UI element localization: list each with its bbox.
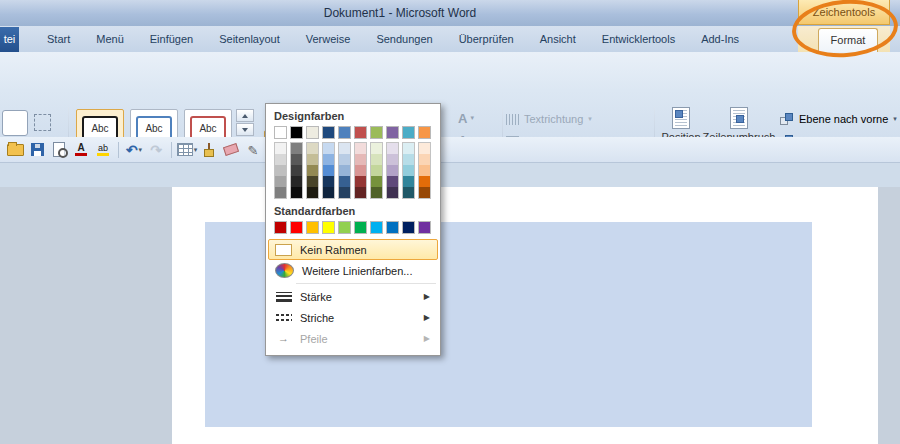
theme-variant-swatch[interactable] [307, 143, 318, 154]
theme-variant-swatch[interactable] [355, 154, 366, 165]
theme-variant-swatch[interactable] [291, 165, 302, 176]
theme-variant-swatch[interactable] [371, 187, 382, 198]
tab-sendungen[interactable]: Sendungen [363, 26, 445, 52]
theme-variant-swatch[interactable] [403, 176, 414, 187]
toolbar-print-preview-button[interactable] [48, 140, 70, 160]
theme-color-swatch[interactable] [274, 126, 287, 139]
select-objects-icon[interactable] [34, 114, 51, 131]
theme-variant-swatch[interactable] [307, 187, 318, 198]
theme-variant-swatch[interactable] [419, 143, 430, 154]
theme-variant-swatch[interactable] [355, 187, 366, 198]
standard-color-swatch[interactable] [290, 221, 303, 234]
theme-color-swatch[interactable] [370, 126, 383, 139]
tab-einf-gen[interactable]: Einfügen [137, 26, 206, 52]
text-fill-button[interactable]: A▾ [458, 108, 494, 128]
theme-variant-swatch[interactable] [307, 176, 318, 187]
theme-variant-swatch[interactable] [355, 143, 366, 154]
theme-variant-swatch[interactable] [371, 143, 382, 154]
tab-datei[interactable]: tei [0, 27, 19, 52]
theme-variant-swatch[interactable] [323, 143, 334, 154]
theme-variant-swatch[interactable] [419, 187, 430, 198]
theme-variant-swatch[interactable] [339, 176, 350, 187]
standard-color-swatch[interactable] [386, 221, 399, 234]
shapes-gallery-icon[interactable] [2, 110, 28, 136]
theme-variant-swatch[interactable] [291, 143, 302, 154]
tab-men[interactable]: Menü [83, 26, 137, 52]
theme-variant-swatch[interactable] [307, 154, 318, 165]
theme-variant-swatch[interactable] [419, 165, 430, 176]
tab-format-active[interactable]: Format [818, 28, 878, 53]
theme-variant-swatch[interactable] [419, 176, 430, 187]
theme-variant-swatch[interactable] [419, 154, 430, 165]
theme-variant-swatch[interactable] [339, 143, 350, 154]
theme-variant-swatch[interactable] [323, 187, 334, 198]
theme-variant-swatch[interactable] [355, 176, 366, 187]
theme-variant-swatch[interactable] [387, 165, 398, 176]
toolbar-save-button[interactable] [26, 140, 48, 160]
theme-variant-swatch[interactable] [275, 143, 286, 154]
theme-variant-swatch[interactable] [339, 187, 350, 198]
tab-berpr-fen[interactable]: Überprüfen [446, 26, 527, 52]
theme-variant-swatch[interactable] [371, 176, 382, 187]
theme-variant-swatch[interactable] [275, 154, 286, 165]
standard-color-swatch[interactable] [370, 221, 383, 234]
bring-forward-button[interactable]: Ebene nach vorne ▾ [780, 109, 897, 129]
standard-color-swatch[interactable] [402, 221, 415, 234]
standard-color-swatch[interactable] [274, 221, 287, 234]
theme-variant-swatch[interactable] [403, 143, 414, 154]
toolbar-pencil-button[interactable] [242, 140, 264, 160]
theme-variant-swatch[interactable] [387, 154, 398, 165]
toolbar-insert-table-button[interactable]: ▾ [176, 140, 198, 160]
theme-variant-swatch[interactable] [291, 176, 302, 187]
theme-variant-swatch[interactable] [323, 154, 334, 165]
theme-color-swatch[interactable] [418, 126, 431, 139]
theme-variant-swatch[interactable] [371, 165, 382, 176]
theme-variant-swatch[interactable] [339, 165, 350, 176]
theme-variant-swatch[interactable] [387, 176, 398, 187]
theme-color-swatch[interactable] [290, 126, 303, 139]
menu-item-pfeile[interactable]: →Pfeile▶ [268, 328, 438, 349]
theme-variant-swatch[interactable] [403, 187, 414, 198]
theme-color-swatch[interactable] [338, 126, 351, 139]
theme-variant-swatch[interactable] [291, 187, 302, 198]
standard-color-swatch[interactable] [354, 221, 367, 234]
toolbar-text-highlight-button[interactable] [92, 140, 114, 160]
theme-variant-swatch[interactable] [387, 143, 398, 154]
menu-item-kein-rahmen[interactable]: Kein Rahmen [268, 239, 438, 260]
toolbar-open-folder-button[interactable] [4, 140, 26, 160]
toolbar-format-painter-button[interactable] [198, 140, 220, 160]
standard-color-swatch[interactable] [418, 221, 431, 234]
toolbar-eraser-button[interactable] [220, 140, 242, 160]
menu-item-striche[interactable]: Striche▶ [268, 307, 438, 328]
tab-add-ins[interactable]: Add-Ins [688, 26, 752, 52]
menu-item-weitere-linienfarben[interactable]: Weitere Linienfarben... [268, 260, 438, 281]
theme-variant-swatch[interactable] [403, 165, 414, 176]
tab-start[interactable]: Start [34, 26, 83, 52]
theme-color-swatch[interactable] [354, 126, 367, 139]
tab-verweise[interactable]: Verweise [293, 26, 364, 52]
theme-variant-swatch[interactable] [307, 165, 318, 176]
theme-color-swatch[interactable] [306, 126, 319, 139]
gallery-scroll-down-button[interactable] [236, 123, 254, 136]
tab-entwicklertools[interactable]: Entwicklertools [589, 26, 688, 52]
theme-variant-swatch[interactable] [323, 165, 334, 176]
tab-seitenlayout[interactable]: Seitenlayout [206, 26, 293, 52]
theme-variant-swatch[interactable] [371, 154, 382, 165]
text-direction-button[interactable]: Textrichtung ▾ [506, 109, 592, 129]
tab-ansicht[interactable]: Ansicht [527, 26, 589, 52]
standard-color-swatch[interactable] [322, 221, 335, 234]
theme-color-swatch[interactable] [322, 126, 335, 139]
menu-item-st-rke[interactable]: Stärke▶ [268, 286, 438, 307]
theme-color-swatch[interactable] [402, 126, 415, 139]
gallery-scroll-up-button[interactable] [236, 109, 254, 122]
theme-variant-swatch[interactable] [355, 165, 366, 176]
theme-variant-swatch[interactable] [275, 176, 286, 187]
theme-variant-swatch[interactable] [387, 187, 398, 198]
theme-variant-swatch[interactable] [323, 176, 334, 187]
theme-variant-swatch[interactable] [403, 154, 414, 165]
theme-variant-swatch[interactable] [275, 187, 286, 198]
standard-color-swatch[interactable] [306, 221, 319, 234]
toolbar-undo-button[interactable]: ▾ [123, 140, 145, 160]
theme-variant-swatch[interactable] [291, 154, 302, 165]
toolbar-font-color-button[interactable] [70, 140, 92, 160]
